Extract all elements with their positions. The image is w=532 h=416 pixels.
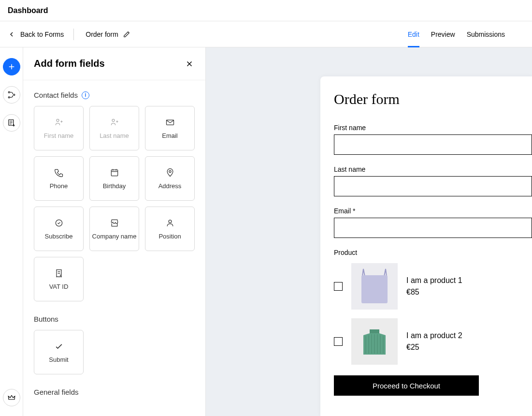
field-email[interactable]: Email <box>145 106 195 150</box>
svg-point-2 <box>13 94 14 96</box>
phone-icon <box>54 168 64 178</box>
sub-bar: Back to Forms Order form Edit Preview Su… <box>0 21 532 47</box>
calendar-icon <box>110 168 119 178</box>
tab-preview[interactable]: Preview <box>431 21 455 47</box>
left-rail <box>0 47 23 416</box>
field-position[interactable]: Position <box>145 207 195 251</box>
pencil-icon <box>123 31 130 38</box>
svg-point-8 <box>169 170 171 172</box>
plus-icon <box>7 62 16 71</box>
form-name-text: Order form <box>86 30 118 38</box>
close-panel-button[interactable] <box>184 59 195 69</box>
field-label: Subscribe <box>45 233 73 240</box>
field-label: Company name <box>92 233 137 240</box>
last-name-input[interactable] <box>334 176 532 196</box>
sweater-icon <box>358 325 391 358</box>
svg-point-5 <box>112 119 115 121</box>
premium-button[interactable] <box>3 389 20 406</box>
field-birthday[interactable]: Birthday <box>89 156 139 201</box>
svg-rect-7 <box>111 170 117 176</box>
form-title: Order form <box>334 91 532 107</box>
svg-point-4 <box>57 119 59 121</box>
location-icon <box>165 168 175 178</box>
check-icon <box>54 342 64 351</box>
field-phone[interactable]: Phone <box>34 156 84 201</box>
crown-icon <box>7 393 16 402</box>
product-2-checkbox[interactable] <box>334 337 343 346</box>
field-vat-id[interactable]: VAT ID <box>34 257 84 301</box>
product-row-2: I am a product 2 €25 <box>334 318 532 365</box>
person-icon <box>54 118 64 127</box>
fields-panel: Add form fields Contact fields i First n… <box>23 47 206 416</box>
tab-edit[interactable]: Edit <box>408 21 419 47</box>
svg-point-0 <box>8 91 10 93</box>
receipt-icon <box>54 268 64 278</box>
general-section-title: General fields <box>34 388 79 396</box>
last-name-label: Last name <box>334 165 532 173</box>
form-preview: Order form First name Last name Email * … <box>320 76 532 416</box>
field-last-name[interactable]: Last name <box>89 106 139 150</box>
product-2-image <box>351 318 398 365</box>
store-icon <box>110 218 119 228</box>
tabs: Edit Preview Submissions <box>408 21 524 47</box>
email-input[interactable] <box>334 218 532 238</box>
checkout-label: Proceed to Checkout <box>373 382 440 390</box>
product-label: Product <box>334 249 532 256</box>
mail-icon <box>165 118 175 127</box>
field-label: Birthday <box>103 182 126 190</box>
product-1-name: I am a product 1 <box>406 276 462 285</box>
canvas: Order form First name Last name Email * … <box>206 47 532 416</box>
product-2-price: €25 <box>406 343 462 352</box>
first-name-input[interactable] <box>334 134 532 155</box>
field-subscribe[interactable]: Subscribe <box>34 207 84 251</box>
arrow-left-icon <box>8 30 15 38</box>
form-plus-icon <box>7 119 16 127</box>
product-1-price: €85 <box>406 288 462 297</box>
back-label: Back to Forms <box>20 30 64 38</box>
product-2-name: I am a product 2 <box>406 331 462 340</box>
rules-button[interactable] <box>3 86 20 104</box>
bag-icon <box>358 267 391 306</box>
branch-icon <box>7 90 16 99</box>
buttons-section-title: Buttons <box>34 315 58 323</box>
page-title: Dashboard <box>8 6 48 15</box>
field-address[interactable]: Address <box>145 156 195 201</box>
add-button[interactable] <box>3 58 20 75</box>
field-label: Email <box>162 132 178 139</box>
product-1-checkbox[interactable] <box>334 282 343 291</box>
contact-section-title: Contact fields <box>34 91 78 99</box>
checkout-button[interactable]: Proceed to Checkout <box>334 375 479 396</box>
first-name-label: First name <box>334 124 532 132</box>
top-bar: Dashboard <box>0 0 532 21</box>
field-first-name[interactable]: First name <box>34 106 84 150</box>
product-row-1: I am a product 1 €85 <box>334 263 532 310</box>
info-icon[interactable]: i <box>82 91 89 99</box>
svg-rect-11 <box>361 275 388 303</box>
back-button[interactable]: Back to Forms <box>8 29 74 40</box>
submissions-button[interactable] <box>3 114 20 132</box>
panel-title: Add form fields <box>34 58 105 69</box>
field-label: VAT ID <box>49 283 69 290</box>
field-label: Submit <box>49 356 68 363</box>
user-icon <box>165 218 175 228</box>
person-icon <box>110 118 119 127</box>
field-company[interactable]: Company name <box>89 207 139 251</box>
svg-rect-6 <box>166 120 173 125</box>
field-label: Position <box>158 233 181 240</box>
tab-submissions[interactable]: Submissions <box>467 21 505 47</box>
field-label: Last name <box>100 132 129 139</box>
field-label: First name <box>44 132 73 139</box>
close-icon <box>185 59 194 68</box>
field-label: Phone <box>50 182 68 190</box>
field-submit[interactable]: Submit <box>34 330 84 374</box>
product-1-image <box>351 263 398 310</box>
email-label: Email * <box>334 207 532 215</box>
svg-point-10 <box>169 220 172 223</box>
check-circle-icon <box>54 218 64 228</box>
form-name-button[interactable]: Order form <box>74 30 130 38</box>
field-label: Address <box>158 182 182 190</box>
svg-point-1 <box>8 97 10 98</box>
